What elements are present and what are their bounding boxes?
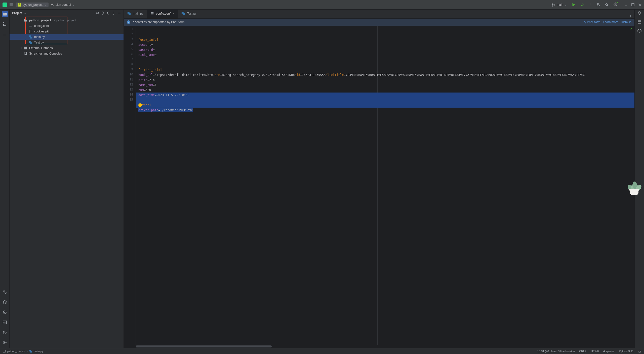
readonly-lock-icon[interactable]	[638, 350, 641, 352]
expand-all-icon[interactable]	[101, 11, 104, 15]
tree-file[interactable]: config.conf	[10, 23, 124, 29]
horizontal-scrollbar[interactable]	[124, 345, 634, 348]
branch-icon	[551, 3, 555, 7]
tree-file-label: main.py	[34, 35, 45, 39]
git-branch-widget[interactable]: main ⌄	[551, 3, 567, 7]
close-button[interactable]	[638, 3, 641, 6]
chevron-down-icon[interactable]: ⌄	[24, 11, 26, 15]
run-more-icon[interactable]: ⋮	[589, 3, 592, 7]
vcs-menu-label: Version control	[51, 3, 71, 7]
intention-bulb-icon[interactable]	[138, 103, 142, 107]
project-pane-title: Project	[12, 11, 22, 15]
pane-options-icon[interactable]: ⋮	[111, 11, 116, 15]
svg-point-2	[554, 4, 555, 5]
tree-item-label: External Libraries	[29, 46, 53, 50]
chevron-down-icon[interactable]: ⌄	[20, 19, 24, 22]
terminal-button[interactable]	[2, 319, 8, 325]
run-button[interactable]	[572, 3, 576, 7]
tab-options-icon[interactable]: ⋮	[626, 15, 634, 18]
python-console-button[interactable]	[2, 309, 8, 315]
caret-position[interactable]: 15:31 (40 chars, 3 line breaks)	[537, 350, 575, 353]
banner-action-learn[interactable]: Learn more	[603, 20, 618, 24]
git-tool-button[interactable]	[2, 339, 8, 345]
project-selector[interactable]: P python_project ⌄	[16, 3, 49, 7]
svg-rect-31	[639, 351, 640, 352]
crumb[interactable]: main.py	[34, 350, 44, 353]
services-button[interactable]	[2, 299, 8, 305]
settings-button[interactable]	[613, 2, 617, 7]
tree-root[interactable]: ⌄ python_project D:\python_project	[10, 18, 124, 23]
python-packages-button[interactable]	[2, 289, 8, 295]
banner-action-dismiss[interactable]: Dismiss	[621, 20, 631, 24]
problems-button[interactable]	[2, 329, 8, 335]
tree-file[interactable]: cookies.pkl	[10, 29, 124, 34]
editor-tab[interactable]: main.py	[124, 9, 147, 18]
select-opened-file-icon[interactable]	[96, 11, 99, 15]
svg-point-6	[615, 4, 616, 5]
chevron-right-icon[interactable]: ›	[20, 46, 24, 50]
main-menu-button[interactable]	[10, 4, 13, 6]
maximize-button[interactable]	[631, 3, 634, 6]
ellipsis-icon: …	[3, 32, 6, 36]
notifications-button[interactable]	[637, 11, 641, 16]
tree-external-libs[interactable]: › External Libraries	[10, 45, 124, 51]
banner-action-try[interactable]: Try PhpStorm	[582, 20, 600, 24]
navigation-bar[interactable]: python_project › main.py	[3, 350, 43, 353]
close-tab-icon[interactable]: ×	[173, 12, 174, 15]
editor-notification-banner: i *.conf files are supported by PhpStorm…	[124, 19, 634, 26]
interpreter-widget[interactable]: Python 3.11	[619, 350, 634, 353]
chevron-down-icon: ⌄	[565, 3, 567, 7]
conf-file-icon	[29, 24, 33, 28]
library-icon	[24, 46, 28, 50]
minimize-button[interactable]	[624, 3, 627, 6]
structure-tool-button[interactable]	[2, 21, 8, 27]
search-everywhere-icon[interactable]	[605, 3, 609, 7]
svg-point-20	[97, 13, 98, 14]
project-tree[interactable]: ⌄ python_project D:\python_project confi…	[10, 17, 124, 348]
collapse-all-icon[interactable]	[106, 11, 109, 15]
svg-rect-21	[29, 30, 32, 33]
tree-file[interactable]: Test.py	[10, 40, 124, 45]
tree-root-name: python_project	[29, 19, 51, 22]
vcs-menu[interactable]: Version control ⌄	[51, 3, 75, 7]
code-content[interactable]: [user_info]account=password=nick_name= […	[136, 26, 634, 345]
code-editor[interactable]: 123456789101112131415 [user_info]account…	[124, 26, 634, 345]
python-file-icon	[29, 350, 32, 353]
database-button[interactable]	[637, 20, 641, 25]
svg-rect-25	[25, 47, 26, 50]
svg-point-22	[30, 36, 30, 36]
svg-point-9	[3, 24, 4, 25]
svg-rect-26	[26, 47, 27, 50]
tree-file[interactable]: main.py	[10, 34, 124, 40]
tree-item-label: Scratches and Consoles	[29, 52, 62, 55]
inspection-ok-icon[interactable]: ✓	[630, 27, 633, 31]
line-separator[interactable]: CRLF	[579, 350, 586, 353]
scrollbar-thumb[interactable]	[136, 345, 272, 347]
python-file-icon	[127, 12, 131, 16]
indent-widget[interactable]: 4 spaces	[603, 350, 614, 353]
folder-icon	[3, 12, 7, 16]
code-with-me-icon[interactable]	[596, 3, 600, 7]
project-tool-button[interactable]	[2, 11, 8, 17]
conf-file-icon	[150, 12, 154, 16]
ai-assistant-button[interactable]	[637, 29, 641, 33]
tab-label: main.py	[133, 12, 143, 15]
pkl-file-icon	[29, 29, 33, 33]
title-bar: P python_project ⌄ Version control ⌄ mai…	[0, 0, 644, 10]
more-tools-button[interactable]: …	[2, 31, 8, 37]
tree-file-label: cookies.pkl	[34, 30, 49, 33]
editor-tab[interactable]: config.conf ×	[147, 9, 178, 18]
crumb[interactable]: python_project	[7, 350, 25, 353]
console-icon	[3, 310, 7, 314]
chevron-down-icon: ⌄	[44, 3, 47, 7]
file-encoding[interactable]: UTF-8	[591, 350, 599, 353]
branch-name: main	[557, 3, 563, 7]
editor-tab[interactable]: Test.py	[178, 9, 200, 18]
debug-button[interactable]	[580, 3, 584, 7]
hide-pane-icon[interactable]	[117, 11, 121, 15]
banner-text: *.conf files are supported by PhpStorm	[133, 20, 184, 24]
svg-point-11	[3, 291, 5, 292]
tree-scratches[interactable]: Scratches and Consoles	[10, 51, 124, 56]
structure-icon	[3, 22, 7, 26]
svg-rect-30	[3, 350, 6, 352]
